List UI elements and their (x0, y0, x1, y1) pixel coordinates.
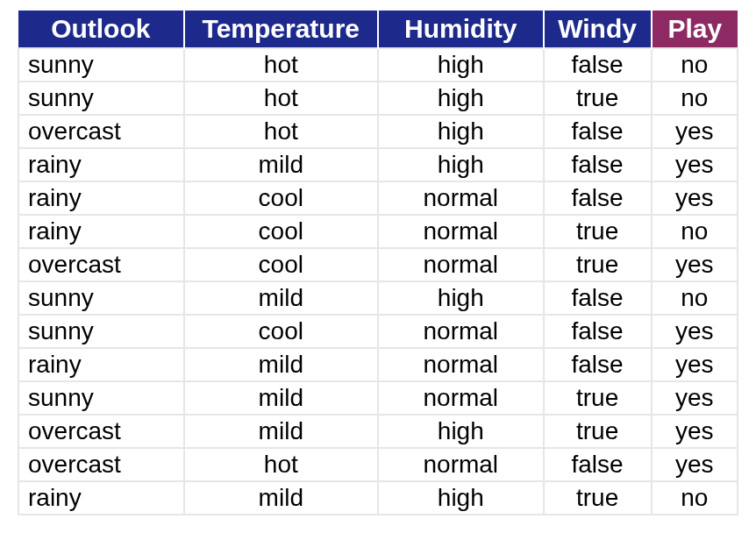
cell-outlook: overcast (18, 415, 184, 448)
cell-outlook: sunny (18, 281, 184, 315)
cell-outlook: rainy (18, 148, 184, 181)
cell-temperature: cool (184, 248, 378, 281)
cell-humidity: high (378, 481, 544, 515)
cell-windy: true (544, 415, 652, 448)
cell-humidity: normal (378, 215, 544, 248)
cell-temperature: cool (184, 315, 378, 348)
cell-play: yes (652, 315, 738, 348)
weather-play-table-container: Outlook Temperature Humidity Windy Play … (0, 0, 756, 526)
cell-play: yes (652, 115, 738, 148)
cell-outlook: rainy (18, 215, 184, 248)
cell-play: yes (652, 448, 738, 481)
cell-humidity: normal (378, 448, 544, 481)
cell-play: yes (652, 415, 738, 448)
cell-windy: false (544, 48, 652, 82)
cell-humidity: normal (378, 181, 544, 215)
cell-play: no (652, 48, 738, 82)
table-header: Outlook Temperature Humidity Windy Play (18, 11, 738, 48)
cell-humidity: high (378, 48, 544, 82)
table-row: overcast hot normal false yes (18, 448, 738, 481)
cell-temperature: cool (184, 181, 378, 215)
col-header-play: Play (652, 11, 738, 48)
cell-windy: false (544, 181, 652, 215)
table-row: rainy mild normal false yes (18, 348, 738, 381)
table-row: overcast hot high false yes (18, 115, 738, 148)
col-header-temperature: Temperature (184, 11, 378, 48)
cell-play: no (652, 481, 738, 515)
cell-play: yes (652, 181, 738, 215)
table-row: rainy cool normal false yes (18, 181, 738, 215)
cell-windy: false (544, 448, 652, 481)
cell-windy: true (544, 215, 652, 248)
table-row: overcast mild high true yes (18, 415, 738, 448)
cell-outlook: sunny (18, 48, 184, 82)
cell-humidity: normal (378, 248, 544, 281)
cell-windy: false (544, 348, 652, 381)
cell-outlook: rainy (18, 181, 184, 215)
table-row: overcast cool normal true yes (18, 248, 738, 281)
cell-temperature: mild (184, 381, 378, 415)
cell-outlook: sunny (18, 381, 184, 415)
cell-outlook: overcast (18, 448, 184, 481)
cell-windy: false (544, 148, 652, 181)
cell-windy: false (544, 315, 652, 348)
table-row: rainy mild high false yes (18, 148, 738, 181)
cell-outlook: overcast (18, 248, 184, 281)
cell-outlook: overcast (18, 115, 184, 148)
cell-humidity: high (378, 82, 544, 115)
cell-temperature: hot (184, 448, 378, 481)
cell-outlook: sunny (18, 82, 184, 115)
cell-play: yes (652, 381, 738, 415)
cell-temperature: mild (184, 281, 378, 315)
cell-windy: true (544, 481, 652, 515)
cell-humidity: high (378, 148, 544, 181)
cell-temperature: mild (184, 148, 378, 181)
cell-play: yes (652, 248, 738, 281)
cell-temperature: hot (184, 115, 378, 148)
cell-play: yes (652, 148, 738, 181)
table-row: sunny mild high false no (18, 281, 738, 315)
cell-humidity: high (378, 415, 544, 448)
table-row: sunny mild normal true yes (18, 381, 738, 415)
cell-outlook: sunny (18, 315, 184, 348)
table-row: rainy mild high true no (18, 481, 738, 515)
cell-humidity: normal (378, 381, 544, 415)
cell-humidity: high (378, 115, 544, 148)
col-header-humidity: Humidity (378, 11, 544, 48)
cell-windy: true (544, 381, 652, 415)
cell-temperature: mild (184, 415, 378, 448)
cell-temperature: mild (184, 481, 378, 515)
cell-outlook: rainy (18, 481, 184, 515)
table-body: sunny hot high false no sunny hot high t… (18, 48, 738, 515)
cell-humidity: high (378, 281, 544, 315)
cell-play: yes (652, 348, 738, 381)
cell-temperature: hot (184, 82, 378, 115)
cell-humidity: normal (378, 315, 544, 348)
cell-outlook: rainy (18, 348, 184, 381)
cell-temperature: hot (184, 48, 378, 82)
col-header-outlook: Outlook (18, 11, 184, 48)
table-row: sunny hot high false no (18, 48, 738, 82)
table-row: sunny hot high true no (18, 82, 738, 115)
table-row: sunny cool normal false yes (18, 315, 738, 348)
cell-windy: true (544, 248, 652, 281)
col-header-windy: Windy (544, 11, 652, 48)
table-row: rainy cool normal true no (18, 215, 738, 248)
cell-windy: true (544, 82, 652, 115)
cell-play: no (652, 82, 738, 115)
cell-play: no (652, 281, 738, 315)
cell-play: no (652, 215, 738, 248)
cell-temperature: cool (184, 215, 378, 248)
weather-play-table: Outlook Temperature Humidity Windy Play … (18, 11, 738, 515)
cell-temperature: mild (184, 348, 378, 381)
cell-windy: false (544, 115, 652, 148)
cell-windy: false (544, 281, 652, 315)
cell-humidity: normal (378, 348, 544, 381)
